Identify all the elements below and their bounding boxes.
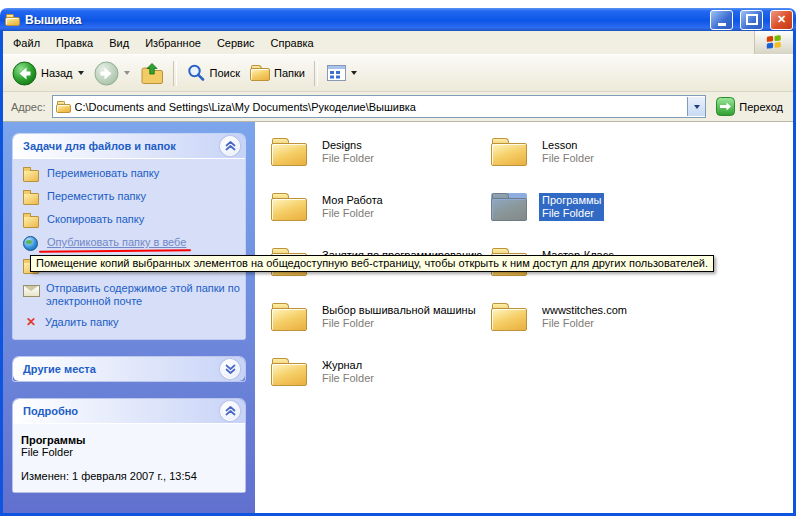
search-label: Поиск (210, 67, 240, 79)
folder-move-icon (23, 193, 39, 205)
folder-icon (271, 358, 307, 386)
address-dropdown-button[interactable] (687, 97, 705, 116)
folders-label: Папки (274, 67, 305, 79)
titlebar[interactable]: Вышивка ✕ (0, 8, 796, 31)
maximize-button[interactable] (740, 10, 763, 30)
task-copy-folder[interactable]: Скопировать папку (23, 213, 241, 228)
addressbar: Адрес: C:\Documents and Settings\Liza\My… (3, 92, 793, 122)
address-input[interactable]: C:\Documents and Settings\Liza\My Docume… (75, 101, 684, 113)
forward-button[interactable] (89, 58, 135, 89)
file-name: Программы (542, 194, 601, 207)
file-name: Моя Работа (322, 194, 383, 207)
views-dropdown-icon[interactable] (351, 71, 357, 75)
go-button[interactable]: Переход (712, 97, 787, 116)
details-panel: Подробно Программы File Folder Изменен: … (13, 399, 245, 492)
task-publish-folder[interactable]: Опубликовать папку в вебе (23, 236, 241, 251)
address-combo[interactable]: C:\Documents and Settings\Liza\My Docume… (52, 95, 707, 118)
file-name: Lesson (542, 139, 594, 152)
folder-up-icon (140, 62, 164, 85)
file-type: File Folder (542, 207, 601, 220)
file-tasks-title: Задачи для файлов и папок (23, 140, 176, 152)
file-list-area: DesignsFile FolderLessonFile FolderМоя Р… (255, 122, 793, 513)
file-type: File Folder (322, 152, 374, 165)
file-name: Designs (322, 139, 374, 152)
task-label: Переименовать папку (47, 167, 159, 180)
folder-icon (271, 193, 307, 221)
toolbar-separator (314, 61, 318, 86)
back-dropdown-icon[interactable] (78, 71, 84, 75)
task-move-folder[interactable]: Переместить папку (23, 190, 241, 205)
task-rename-folder[interactable]: Переименовать папку (23, 167, 241, 182)
desktop: Вышивка ✕ ФайлПравкаВидИзбранноеСервисСп… (0, 0, 796, 521)
file-tile[interactable]: Моя РаботаFile Folder (271, 193, 491, 248)
file-tile[interactable]: LessonFile Folder (491, 138, 711, 193)
menu-item-help[interactable]: Справка (263, 34, 322, 52)
file-name: wwwstitches.com (542, 304, 627, 317)
file-type: File Folder (322, 372, 374, 385)
details-header[interactable]: Подробно (13, 399, 245, 423)
file-type: File Folder (542, 152, 594, 165)
address-folder-icon (56, 101, 71, 113)
file-tile[interactable]: ПрограммыFile Folder (491, 193, 711, 248)
details-body: Программы File Folder Изменен: 1 февраля… (13, 423, 245, 492)
menu-item-view[interactable]: Вид (101, 34, 137, 52)
window-title: Вышивка (25, 13, 703, 27)
file-type: File Folder (542, 317, 627, 330)
task-delete-folder[interactable]: ✕Удалить папку (23, 316, 241, 329)
file-label: DesignsFile Folder (319, 138, 377, 166)
views-button[interactable] (322, 62, 362, 84)
other-places-title: Другие места (23, 363, 96, 375)
windows-logo-icon (754, 31, 793, 54)
file-tile[interactable]: wwwstitches.comFile Folder (491, 303, 711, 358)
file-tile[interactable]: Выбор вышивальной машиныFile Folder (271, 303, 491, 358)
forward-arrow-icon (94, 61, 119, 86)
email-icon (23, 285, 40, 297)
collapse-chevron-icon[interactable] (220, 401, 240, 421)
file-label: LessonFile Folder (539, 138, 597, 166)
task-email-folder[interactable]: Отправить содержимое этой папки по элект… (23, 282, 241, 308)
file-label: ПрограммыFile Folder (539, 193, 604, 221)
close-button[interactable]: ✕ (770, 10, 793, 30)
task-label: Переместить папку (47, 190, 146, 203)
red-annotation-line (39, 249, 191, 253)
menubar: ФайлПравкаВидИзбранноеСервисСправка (3, 31, 793, 55)
file-tasks-header[interactable]: Задачи для файлов и папок (13, 134, 245, 158)
menu-items: ФайлПравкаВидИзбранноеСервисСправка (5, 34, 322, 52)
content-area: Задачи для файлов и папок Переименовать … (3, 122, 793, 513)
other-places-header[interactable]: Другие места (13, 357, 245, 381)
back-button[interactable]: Назад (7, 58, 89, 89)
menu-item-edit[interactable]: Правка (48, 34, 101, 52)
up-button[interactable] (135, 59, 169, 88)
window-folder-icon (5, 14, 20, 26)
details-modified: Изменен: 1 февраля 2007 г., 13:54 (21, 470, 237, 482)
back-label: Назад (41, 67, 73, 79)
expand-chevron-icon[interactable] (220, 359, 240, 379)
folder-icon (271, 303, 307, 331)
collapse-chevron-icon[interactable] (220, 136, 240, 156)
go-arrow-icon (716, 97, 735, 116)
menu-item-favorites[interactable]: Избранное (137, 34, 209, 52)
folders-button[interactable]: Папки (245, 62, 310, 84)
toolbar: Назад (3, 55, 793, 92)
folders-icon (250, 65, 270, 81)
task-label: Отправить содержимое этой папки по элект… (46, 282, 241, 308)
folder-copy-icon (23, 216, 39, 228)
task-label: Удалить папку (45, 316, 119, 329)
file-tile[interactable]: ЖурналFile Folder (271, 358, 491, 413)
minimize-button[interactable] (710, 10, 733, 30)
file-tile[interactable]: DesignsFile Folder (271, 138, 491, 193)
file-label: ЖурналFile Folder (319, 358, 377, 386)
file-name: Журнал (322, 359, 374, 372)
task-label: Опубликовать папку в вебе (47, 236, 186, 249)
menu-item-file[interactable]: Файл (5, 34, 48, 52)
address-label: Адрес: (11, 101, 46, 113)
file-tasks-panel: Задачи для файлов и папок Переименовать … (13, 134, 245, 339)
window-body: ФайлПравкаВидИзбранноеСервисСправка (0, 31, 796, 516)
menu-item-tools[interactable]: Сервис (209, 34, 263, 52)
search-button[interactable]: Поиск (181, 60, 245, 86)
go-label: Переход (739, 101, 783, 113)
file-label: Выбор вышивальной машиныFile Folder (319, 303, 479, 331)
tooltip: Помещение копий выбранных элементов на о… (30, 255, 714, 272)
folder-icon (271, 138, 307, 166)
details-title: Подробно (23, 405, 78, 417)
